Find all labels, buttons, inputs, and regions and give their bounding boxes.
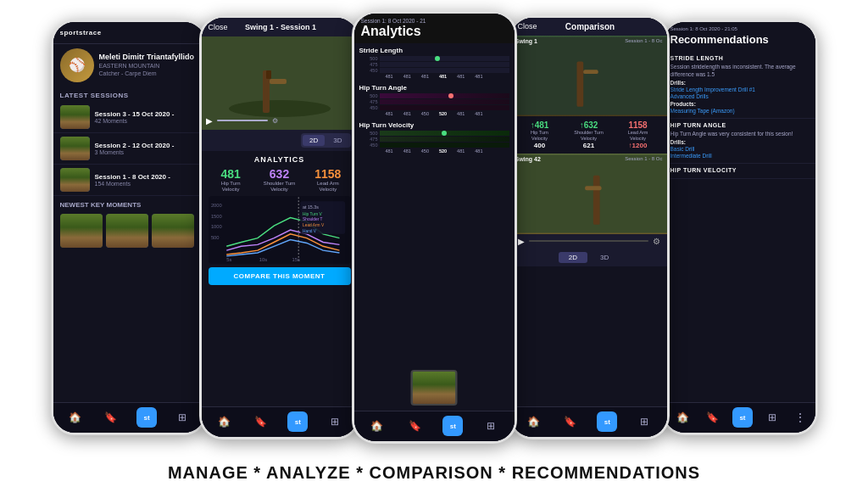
p4-session-ref: Session 1 - 8 Oc	[625, 38, 662, 43]
p4-nav-bookmark[interactable]: 🔖	[560, 411, 581, 432]
p2-header: Close Swing 1 - Session 1	[202, 18, 358, 36]
p2-stat-hip-label: Hip TurnVelocity	[209, 181, 253, 193]
p5-hip-angle-drills-label: Drills:	[670, 139, 809, 145]
session-3-info: Session 3 - 15 Oct 2020 - 42 Moments	[95, 110, 198, 124]
p1-nav-grid[interactable]: ⊞	[172, 407, 192, 428]
p4-hip-value: ↑481	[516, 120, 564, 130]
p2-stat-shoulder-value: 632	[257, 167, 302, 181]
p4-swing42-video: Swing 42 Session 1 - 8 Oc	[511, 154, 667, 234]
p5-session-label: Session 1: 8 Oct 2020 - 21:05	[670, 26, 809, 31]
session-2-thumb	[60, 137, 90, 160]
p5-stride-drills-label: Drills:	[670, 80, 809, 86]
p3-nav-bookmark[interactable]: 🔖	[405, 416, 426, 436]
p2-close[interactable]: Close	[209, 23, 228, 31]
p3-nav: 🏠 🔖 st ⊞	[354, 411, 515, 441]
p3-hip-angle-title: Hip Turn Angle	[359, 84, 509, 92]
phones-container: sportstrace ⚾ Meleti Dimitr Triantafylli…	[0, 0, 868, 450]
p2-stat-hip-value: 481	[209, 167, 253, 181]
session-item-1[interactable]: Session 1 - 8 Oct 2020 - 154 Moments	[53, 165, 205, 196]
p5-nav-bookmark[interactable]: 🔖	[703, 407, 723, 428]
moment-thumb-1[interactable]	[60, 214, 103, 248]
p1-user-info: Meleti Dimitr Triantafyllido EASTERN MOU…	[99, 53, 198, 77]
p4-arm-change: ↑1200	[615, 142, 662, 149]
p3-session-label: Session 1: 8 Oct 2020 - 21	[361, 18, 508, 24]
phone-center-analytics: Session 1: 8 Oct 2020 - 21 Analytics Str…	[352, 11, 517, 444]
p3-header: Session 1: 8 Oct 2020 - 21 Analytics	[354, 14, 515, 43]
moments-row	[53, 211, 205, 250]
p3-hip-angle-section: Hip Turn Angle 500 475 450 481	[354, 81, 515, 118]
p5-nav-home[interactable]: 🏠	[672, 407, 693, 428]
p5-nav: 🏠 🔖 st ⊞ ⋮	[664, 402, 815, 433]
p4-header: Close Comparison	[511, 18, 667, 36]
p4-settings-icon[interactable]: ⚙	[653, 237, 660, 246]
p2-nav-grid[interactable]: ⊞	[325, 411, 345, 432]
p4-arm-stat: 1158 Lead ArmVelocity ↑1200	[615, 120, 662, 149]
tagline: MANAGE * ANALYZE * COMPARISON * RECOMMEN…	[0, 450, 868, 496]
p5-hip-angle-section: HIP TURN ANGLE Hip Turn Angle was very c…	[664, 119, 815, 164]
p2-swing-title: Swing 1 - Session 1	[245, 23, 316, 31]
phone-recommendations: Session 1: 8 Oct 2020 - 21:05 Recommenda…	[661, 20, 818, 435]
p1-nav-home[interactable]: 🏠	[65, 407, 86, 428]
svg-text:Hand V: Hand V	[303, 229, 317, 233]
svg-text:2000: 2000	[210, 203, 221, 208]
svg-text:10s: 10s	[259, 257, 266, 262]
p3-nav-home[interactable]: 🏠	[367, 416, 387, 436]
moment-thumb-3[interactable]	[152, 214, 194, 248]
svg-text:15s: 15s	[292, 257, 299, 262]
p3-title: Analytics	[361, 24, 508, 39]
svg-text:1000: 1000	[210, 224, 221, 229]
session-item-3[interactable]: Session 3 - 15 Oct 2020 - 42 Moments	[53, 102, 205, 133]
p5-stride-drill-1[interactable]: Stride Length Improvement Drill #1	[670, 87, 809, 92]
p2-stat-shoulder-label: Shoulder TurnVelocity	[257, 181, 302, 193]
moment-thumb-2[interactable]	[106, 214, 148, 248]
p4-progress-bar[interactable]	[529, 240, 648, 242]
phone-manage: sportstrace ⚾ Meleti Dimitr Triantafylli…	[51, 20, 208, 435]
svg-text:1500: 1500	[210, 213, 221, 218]
p2-analytics-label: ANALYTICS	[209, 155, 351, 164]
p2-stat-arm-value: 1158	[305, 167, 350, 181]
p4-tab-3d[interactable]: 3D	[590, 252, 619, 263]
p2-nav-bookmark[interactable]: 🔖	[251, 411, 271, 432]
p2-nav-st[interactable]: st	[287, 411, 308, 432]
p4-arm-value: 1158	[615, 120, 662, 130]
session-1-thumb	[60, 168, 90, 192]
p5-nav-grid[interactable]: ⊞	[762, 407, 782, 428]
p4-close[interactable]: Close	[518, 22, 537, 31]
p2-tab-2d[interactable]: 2D	[303, 135, 325, 146]
tagline-text: MANAGE * ANALYZE * COMPARISON * RECOMMEN…	[168, 463, 700, 483]
p5-hip-vel-section: HIP TURN VELOCITY	[664, 164, 815, 179]
p5-stride-product-1[interactable]: Measuring Tape (Amazon)	[670, 108, 809, 114]
p4-nav-grid[interactable]: ⊞	[634, 411, 654, 432]
p1-user-club: EASTERN MOUNTAIN	[99, 62, 198, 70]
p4-tab-group: 2D 3D	[511, 249, 667, 266]
p3-bottom-thumb	[411, 370, 458, 406]
p5-hip-drill-1[interactable]: Basic Drill	[670, 146, 809, 152]
svg-text:at 15.3s: at 15.3s	[303, 204, 319, 210]
p2-stats-row: 481 Hip TurnVelocity 632 Shoulder TurnVe…	[209, 167, 351, 193]
p1-nav-st[interactable]: st	[136, 407, 157, 428]
p5-hip-vel-title: HIP TURN VELOCITY	[670, 167, 809, 173]
svg-rect-22	[583, 70, 598, 74]
p2-tab-group: 2D 3D	[301, 133, 350, 148]
p5-stride-products-label: Products:	[670, 101, 809, 107]
p5-nav-st[interactable]: st	[732, 407, 753, 428]
p1-nav-bookmark[interactable]: 🔖	[101, 407, 121, 428]
p4-swing1-label: Swing 1	[515, 38, 537, 44]
p4-tab-2d[interactable]: 2D	[559, 252, 587, 263]
p1-user-name: Meleti Dimitr Triantafyllido	[99, 53, 198, 62]
svg-rect-25	[585, 186, 601, 190]
p2-compare-button[interactable]: COMPARE THIS MOMENT	[209, 267, 351, 285]
p2-tab-3d[interactable]: 3D	[326, 135, 348, 146]
session-item-2[interactable]: Session 2 - 12 Oct 2020 - 3 Moments	[53, 133, 205, 165]
p3-nav-st[interactable]: st	[442, 416, 463, 436]
p2-nav-home[interactable]: 🏠	[214, 411, 234, 432]
p4-shoulder-change: 621	[565, 142, 613, 149]
p4-nav-home[interactable]: 🏠	[523, 411, 543, 432]
p5-hip-drill-2[interactable]: Intermediate Drill	[670, 153, 809, 159]
p5-nav-more[interactable]: ⋮	[794, 411, 806, 424]
p5-stride-drill-2[interactable]: Advanced Drills	[670, 93, 809, 99]
p4-nav-st[interactable]: st	[597, 411, 617, 432]
p4-play-icon[interactable]: ▶	[518, 237, 525, 246]
p1-logo: sportstrace	[60, 29, 102, 36]
p3-nav-grid[interactable]: ⊞	[481, 416, 501, 436]
